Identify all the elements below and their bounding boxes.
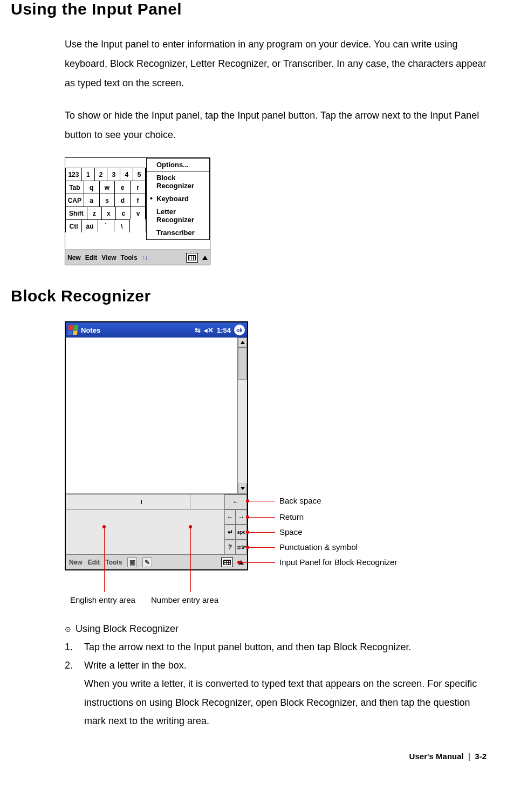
connectivity-icon[interactable]: ⇆ — [195, 326, 201, 334]
keyboard-shift-key[interactable]: Shift — [65, 207, 87, 219]
keyboard-key[interactable]: ` — [98, 219, 114, 232]
keyboard-key[interactable]: w — [99, 181, 115, 194]
keyboard-key[interactable]: c — [115, 207, 131, 219]
volume-icon[interactable]: ◂✕ — [204, 326, 214, 334]
help-button[interactable]: ? — [224, 540, 236, 555]
screenshot-input-panel-menu: 123 1 2 3 4 5 Tab q w e r CAP a s — [65, 157, 210, 265]
keyboard-ctl-key[interactable]: Ctl — [65, 219, 81, 232]
scroll-thumb[interactable] — [238, 347, 247, 380]
keyboard-cap-key[interactable]: CAP — [65, 194, 84, 207]
menu-new[interactable]: New — [69, 559, 83, 566]
menu-item-transcriber[interactable]: Transcriber — [147, 226, 209, 239]
area-divider — [190, 494, 190, 510]
footer-separator: | — [468, 752, 470, 761]
keyboard-key[interactable]: d — [114, 194, 130, 207]
keyboard-key[interactable]: 2 — [94, 168, 107, 181]
callout-input-panel: Input Panel for Block Recognizer — [279, 558, 397, 567]
heading-block-recognizer: Block Recognizer — [11, 287, 491, 305]
paragraph-show-hide: To show or hide the Input panel, tap the… — [65, 106, 491, 144]
return-button[interactable]: ↵ — [224, 525, 236, 540]
clock-time[interactable]: 1:54 — [217, 326, 231, 334]
command-bar: New Edit View Tools ↑↓ — [65, 250, 210, 265]
heading-using-input-panel: Using the Input Panel — [11, 0, 491, 18]
step-number: 1. — [65, 638, 74, 656]
keyboard-intl-key[interactable]: áü — [81, 219, 98, 232]
pen-icon[interactable]: ✎ — [142, 558, 152, 567]
menu-item-letter-recognizer[interactable]: Letter Recognizer — [147, 205, 209, 226]
menu-view[interactable]: View — [101, 254, 116, 262]
screenshot-block-recognizer: Notes ⇆ ◂✕ 1:54 ok abc 123 — [65, 321, 248, 570]
keyboard-key[interactable]: \ — [114, 219, 130, 232]
scroll-arrows-icon[interactable]: ↑↓ — [142, 254, 148, 262]
input-panel-button[interactable] — [221, 558, 233, 567]
menu-item-block-recognizer[interactable]: Block Recognizer — [147, 171, 209, 192]
cursor-right-button[interactable]: → — [236, 510, 247, 525]
command-bar: New Edit Tools ▣ ✎ — [66, 554, 247, 569]
callout-line — [190, 527, 191, 592]
input-method-menu: Options... Block Recognizer Keyboard Let… — [146, 158, 210, 240]
window-title-bar: Notes ⇆ ◂✕ 1:54 ok — [66, 322, 247, 338]
keyboard-key[interactable]: f — [130, 194, 146, 207]
symbol-button[interactable]: @$* — [236, 540, 247, 555]
callout-line — [248, 532, 275, 533]
keyboard-key[interactable]: q — [84, 181, 99, 194]
footer-manual-label: User's Manual — [409, 752, 464, 761]
menu-edit[interactable]: Edit — [88, 559, 100, 566]
callout-number-entry: Number entry area — [151, 595, 218, 604]
step-number: 2. — [65, 656, 74, 730]
scroll-down-button[interactable] — [238, 484, 247, 493]
callout-english-entry: English entry area — [70, 595, 135, 604]
step-1-text: Tap the arrow next to the Input panel bu… — [84, 638, 411, 656]
menu-tools[interactable]: Tools — [121, 254, 138, 262]
subheading-using-block-recognizer: Using Block Recognizer — [65, 623, 491, 635]
callout-backspace: Back space — [279, 496, 321, 505]
callout-line — [239, 562, 275, 563]
app-title: Notes — [81, 326, 100, 334]
callout-line — [104, 527, 105, 592]
note-writing-area[interactable] — [66, 338, 247, 494]
keyboard-tab-key[interactable]: Tab — [65, 181, 84, 194]
callout-space: Space — [279, 527, 303, 536]
page-footer: User's Manual | 3-2 — [11, 752, 491, 761]
menu-tools[interactable]: Tools — [105, 559, 122, 566]
vertical-scrollbar[interactable] — [237, 338, 247, 493]
keyboard-key[interactable]: s — [99, 194, 115, 207]
keyboard-123-key[interactable]: 123 — [65, 168, 81, 181]
callout-line — [248, 547, 275, 548]
backspace-button[interactable]: ← — [224, 494, 247, 510]
keyboard-key[interactable]: x — [101, 207, 116, 219]
keyboard-key[interactable]: a — [84, 194, 99, 207]
keyboard-key[interactable]: v — [131, 207, 146, 219]
keyboard-key[interactable]: 4 — [120, 168, 133, 181]
start-flag-icon[interactable] — [67, 325, 79, 335]
onscreen-keyboard[interactable]: 123 1 2 3 4 5 Tab q w e r CAP a s — [65, 168, 146, 232]
keyboard-key[interactable]: e — [114, 181, 130, 194]
recording-icon[interactable]: ▣ — [127, 558, 137, 567]
scroll-up-button[interactable] — [238, 338, 247, 347]
input-panel-arrow-button[interactable] — [202, 256, 208, 260]
input-panel-button[interactable] — [186, 253, 198, 263]
keyboard-key[interactable]: r — [130, 181, 146, 194]
block-recognizer-panel: abc 123 ← ← → ↵ spc ? @$* — [66, 494, 247, 554]
callout-return: Return — [279, 512, 304, 521]
menu-new[interactable]: New — [67, 254, 81, 262]
callout-line — [248, 501, 275, 501]
callout-punctuation: Punctuation & symbol — [279, 542, 358, 552]
cursor-left-button[interactable]: ← — [224, 510, 236, 525]
ok-button[interactable]: ok — [234, 325, 245, 335]
menu-item-options[interactable]: Options... — [147, 159, 209, 171]
step-2-text: Write a letter in the box. — [84, 656, 491, 675]
keyboard-key[interactable]: 1 — [81, 168, 94, 181]
space-button[interactable]: spc — [236, 525, 247, 540]
menu-edit[interactable]: Edit — [85, 254, 98, 262]
menu-item-keyboard[interactable]: Keyboard — [147, 192, 209, 205]
callout-line — [248, 517, 275, 518]
keyboard-key[interactable]: z — [87, 207, 101, 219]
english-entry-area[interactable] — [66, 494, 224, 510]
keyboard-key[interactable]: 5 — [133, 168, 146, 181]
step-2-detail: When you write a letter, it is converted… — [84, 675, 491, 730]
keyboard-key[interactable]: 3 — [107, 168, 120, 181]
footer-page-number: 3-2 — [475, 752, 487, 761]
paragraph-intro: Use the Input panel to enter information… — [65, 35, 491, 93]
